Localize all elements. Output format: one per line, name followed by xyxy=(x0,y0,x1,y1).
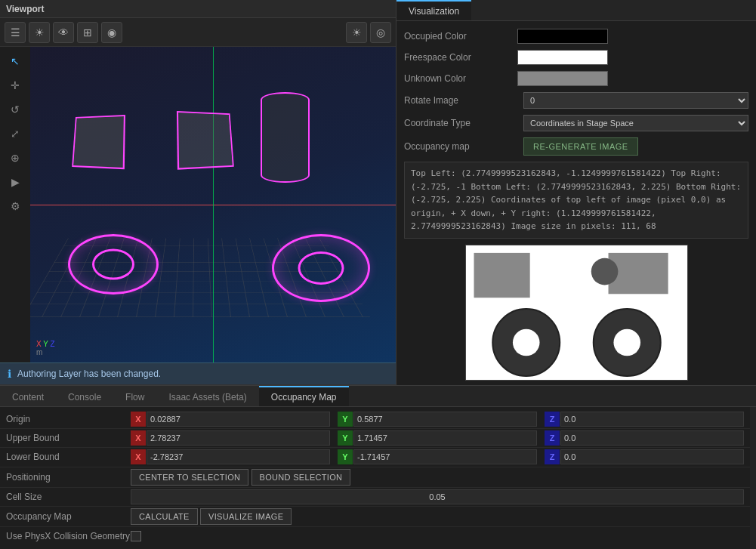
origin-y-value[interactable]: 0.5877 xyxy=(353,412,537,427)
bottom-scrollbar[interactable] xyxy=(750,407,756,549)
occupancy-image-canvas xyxy=(465,245,688,381)
unknown-color-label: Unknown Color xyxy=(404,73,517,84)
content-tab[interactable]: Content xyxy=(0,386,56,406)
cell-size-input[interactable] xyxy=(131,489,744,504)
eye-icon[interactable]: 👁 xyxy=(53,22,74,43)
sun-icon[interactable]: ☀ xyxy=(346,22,367,43)
bound-selection-button[interactable]: BOUND SELECTION xyxy=(251,469,351,486)
occupancy-map-tab[interactable]: Occupancy Map xyxy=(259,386,349,406)
origin-y-tag: Y xyxy=(338,412,353,427)
positioning-row: Positioning CENTER TO SELECTION BOUND SE… xyxy=(0,467,750,488)
isaac-assets-tab[interactable]: Isaac Assets (Beta) xyxy=(156,386,258,406)
upper-x-value[interactable]: 2.78237 xyxy=(147,430,330,446)
upper-y-tag: Y xyxy=(338,430,353,446)
bottom-panel: Content Console Flow Isaac Assets (Beta)… xyxy=(0,385,756,549)
visualize-image-button[interactable]: VISUALIZE IMAGE xyxy=(200,508,292,525)
audio-icon[interactable]: ◉ xyxy=(101,22,122,43)
viewport-canvas[interactable]: ↖ ✛ ↺ ⤢ ⊕ ▶ ⚙ X Y Z xyxy=(0,47,396,362)
view-tool[interactable]: ⊕ xyxy=(4,147,26,169)
x-axis-label: X xyxy=(36,340,42,348)
lower-z-value[interactable]: 0.0 xyxy=(560,449,744,464)
bottom-content: Origin X 0.02887 Y 0.5877 Z 0.0 Upper Bo… xyxy=(0,407,750,549)
console-tab[interactable]: Console xyxy=(56,386,113,406)
svg-point-6 xyxy=(613,329,640,356)
origin-coord-group: X 0.02887 Y 0.5877 Z 0.0 xyxy=(131,412,744,427)
physx-checkbox[interactable] xyxy=(131,531,141,541)
lower-y-value[interactable]: -1.71457 xyxy=(353,449,537,464)
upper-z-value[interactable]: 0.0 xyxy=(560,430,744,446)
cube-object-2 xyxy=(177,111,234,170)
origin-x-tag: X xyxy=(131,412,146,427)
unknown-color-row: Unknown Color xyxy=(404,71,748,86)
z-axis-label: Z xyxy=(51,340,55,348)
play-tool[interactable]: ▶ xyxy=(4,171,26,193)
viewport-section: Viewport ☰ ☀ 👁 ⊞ ◉ ☀ ◎ ↖ ✛ ↺ ⤢ ⊕ ▶ ⚙ xyxy=(0,0,397,385)
lower-y-tag: Y xyxy=(338,449,353,464)
occupied-color-swatch[interactable] xyxy=(517,29,608,44)
select-tool[interactable]: ↖ xyxy=(4,50,26,72)
upper-x-tag: X xyxy=(131,430,146,446)
viewport-title: Viewport xyxy=(6,4,44,14)
upper-bound-label: Upper Bound xyxy=(6,433,131,443)
physx-row: Use PhysX Collision Geometry xyxy=(0,527,750,546)
occupancy-map-svg xyxy=(466,245,687,380)
torus-object-2 xyxy=(272,234,370,302)
cell-size-row: Cell Size xyxy=(0,488,750,507)
rotate-image-select[interactable]: 0 90 180 270 xyxy=(523,92,748,109)
freespace-color-row: Freespace Color xyxy=(404,50,748,65)
occupancy-map-row: Occupancy map RE-GENERATE IMAGE xyxy=(404,137,748,156)
panel-content: Occupied Color Freespace Color Unknown C… xyxy=(397,21,756,385)
upper-bound-row: Upper Bound X 2.78237 Y 1.71457 Z 0.0 xyxy=(0,429,750,448)
rotate-tool[interactable]: ↺ xyxy=(4,98,26,121)
regen-image-button[interactable]: RE-GENERATE IMAGE xyxy=(523,137,638,156)
physx-label: Use PhysX Collision Geometry xyxy=(6,531,131,541)
settings-tool[interactable]: ⚙ xyxy=(4,195,26,217)
occupied-color-row: Occupied Color xyxy=(404,29,748,44)
lower-bound-coord-group: X -2.78237 Y -1.71457 Z 0.0 xyxy=(131,449,744,464)
notification-bar: ℹ Authoring Layer has been changed. xyxy=(0,362,396,385)
calculate-button[interactable]: CALCULATE xyxy=(131,508,198,525)
svg-rect-1 xyxy=(474,253,529,298)
origin-z-value[interactable]: 0.0 xyxy=(560,412,744,427)
scene-area: X Y Z m xyxy=(30,47,396,362)
scale-tool[interactable]: ⤢ xyxy=(4,122,26,145)
bottom-tabs: Content Console Flow Isaac Assets (Beta)… xyxy=(0,386,756,407)
svg-point-4 xyxy=(512,329,539,356)
occupied-color-label: Occupied Color xyxy=(404,31,517,42)
cube-object-1 xyxy=(72,115,125,169)
positioning-label: Positioning xyxy=(6,472,131,483)
lower-x-value[interactable]: -2.78237 xyxy=(147,449,330,464)
freespace-color-swatch[interactable] xyxy=(517,50,608,65)
bottom-content-wrapper: Origin X 0.02887 Y 0.5877 Z 0.0 Upper Bo… xyxy=(0,407,756,549)
pin-icon[interactable]: ◎ xyxy=(370,22,391,43)
upper-z-tag: Z xyxy=(545,430,560,446)
upper-y-value[interactable]: 1.71457 xyxy=(353,430,537,446)
notification-text: Authoring Layer has been changed. xyxy=(17,369,161,379)
light-icon[interactable]: ☀ xyxy=(29,22,50,43)
menu-icon[interactable]: ☰ xyxy=(5,22,26,43)
move-tool[interactable]: ✛ xyxy=(4,74,26,97)
lower-z-tag: Z xyxy=(545,449,560,464)
visualization-tab[interactable]: Visualization xyxy=(397,0,471,20)
occupancy-map-action-label: Occupancy Map xyxy=(6,511,131,522)
panel-tab-bar: Visualization xyxy=(397,0,756,21)
occupancy-map-action-row: Occupancy Map CALCULATE VISUALIZE IMAGE xyxy=(0,507,750,527)
coord-info-box: Top Left: (2.7749999523162843, -1.124999… xyxy=(404,162,748,239)
flow-tab[interactable]: Flow xyxy=(113,386,156,406)
origin-x-value[interactable]: 0.02887 xyxy=(147,412,330,427)
cylinder-object xyxy=(261,92,310,183)
freespace-color-label: Freespace Color xyxy=(404,52,517,63)
coordinate-type-select[interactable]: Coordinates in Stage Space Coordinates i… xyxy=(523,115,748,131)
right-panel: Visualization Occupied Color Freespace C… xyxy=(397,0,756,385)
info-icon: ℹ xyxy=(8,368,11,380)
origin-label: Origin xyxy=(6,414,131,424)
center-selection-button[interactable]: CENTER TO SELECTION xyxy=(131,469,248,486)
axis-vertical xyxy=(213,47,214,362)
viewport-toolbar: ☰ ☀ 👁 ⊞ ◉ ☀ ◎ xyxy=(0,18,396,47)
rotate-image-row: Rotate Image 0 90 180 270 xyxy=(404,92,748,109)
camera-icon[interactable]: ⊞ xyxy=(77,22,98,43)
occupancy-image-area: Save Image xyxy=(404,245,748,385)
rotate-image-label: Rotate Image xyxy=(404,95,517,106)
y-axis-label: Y xyxy=(43,340,48,348)
unknown-color-swatch[interactable] xyxy=(517,71,608,86)
